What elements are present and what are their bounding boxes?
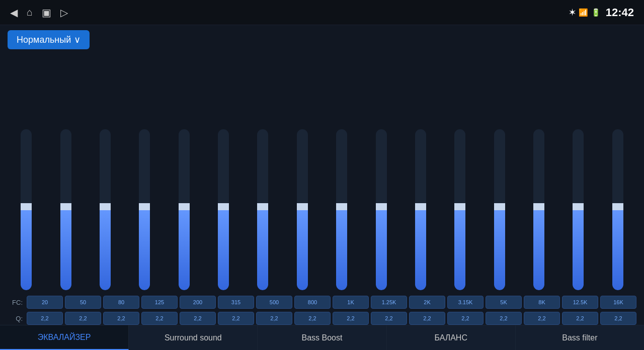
slider-track[interactable] [336,129,347,290]
fc-button[interactable]: 16K [600,296,636,309]
q-button[interactable]: 2,2 [333,312,369,325]
slider-handle[interactable] [573,203,584,210]
slider-track[interactable] [573,129,584,290]
slider-col [166,129,203,290]
slider-track[interactable] [179,129,190,290]
battery-icon: 🔋 [591,8,601,17]
slider-handle[interactable] [376,203,387,210]
slider-col [47,129,84,290]
fc-button[interactable]: 315 [218,296,254,309]
sliders-container [8,129,636,290]
window-icon[interactable]: ▣ [42,7,51,19]
slider-handle[interactable] [218,203,229,210]
slider-track[interactable] [257,129,268,290]
tab-bass[interactable]: Bass Boost [258,325,386,350]
fc-button[interactable]: 2K [409,296,445,309]
q-button[interactable]: 2,2 [486,312,522,325]
q-button[interactable]: 2,2 [600,312,636,325]
fc-button[interactable]: 50 [65,296,101,309]
slider-fill [297,207,308,290]
slider-handle[interactable] [100,203,111,210]
slider-handle[interactable] [612,203,623,210]
q-button[interactable]: 2,2 [103,312,139,325]
fc-button[interactable]: 125 [141,296,178,309]
q-buttons: 2,22,22,22,22,22,22,22,22,22,22,22,22,22… [27,312,636,325]
slider-fill [454,207,465,290]
slider-fill [21,207,32,290]
slider-track[interactable] [21,129,32,290]
q-button[interactable]: 2,2 [141,312,178,325]
slider-handle[interactable] [494,203,505,210]
slider-col [87,129,124,290]
slider-handle[interactable] [415,203,426,210]
slider-col [520,129,557,290]
q-button[interactable]: 2,2 [409,312,445,325]
slider-col [402,129,439,290]
slider-handle[interactable] [297,203,308,210]
slider-col [323,129,360,290]
tab-balance[interactable]: БАЛАНС [387,325,516,350]
fc-button[interactable]: 200 [180,296,216,309]
fc-button[interactable]: 80 [103,296,139,309]
slider-handle[interactable] [336,203,347,210]
q-button[interactable]: 2,2 [65,312,101,325]
fc-button[interactable]: 5K [486,296,522,309]
slider-fill [533,207,544,290]
slider-handle[interactable] [257,203,268,210]
slider-track[interactable] [454,129,465,290]
q-button[interactable]: 2,2 [524,312,560,325]
slider-handle[interactable] [60,203,71,210]
slider-track[interactable] [297,129,308,290]
q-button[interactable]: 2,2 [371,312,407,325]
slider-handle[interactable] [454,203,465,210]
preset-selector[interactable]: Нормальный ∨ [8,30,90,49]
q-button[interactable]: 2,2 [294,312,331,325]
slider-track[interactable] [139,129,150,290]
slider-track[interactable] [415,129,426,290]
slider-fill [60,207,71,290]
slider-track[interactable] [494,129,505,290]
fc-button[interactable]: 500 [256,296,292,309]
fc-label: FC: [8,299,23,306]
tab-eq[interactable]: ЭКВАЛАЙЗЕР [0,325,129,350]
tab-filter[interactable]: Bass filter [516,325,644,350]
q-button[interactable]: 2,2 [180,312,216,325]
fc-button[interactable]: 3.15K [447,296,484,309]
q-button[interactable]: 2,2 [562,312,598,325]
tab-surround[interactable]: Surround sound [129,325,258,350]
slider-col [244,129,281,290]
fc-button[interactable]: 20 [27,296,63,309]
fc-buttons: 2050801252003155008001K1.25K2K3.15K5K8K1… [27,296,636,309]
slider-handle[interactable] [139,203,150,210]
fc-button[interactable]: 12.5K [562,296,598,309]
slider-handle[interactable] [179,203,190,210]
slider-handle[interactable] [533,203,544,210]
slider-track[interactable] [612,129,623,290]
slider-track[interactable] [60,129,71,290]
play-icon[interactable]: ▷ [60,7,68,19]
slider-track[interactable] [218,129,229,290]
q-button[interactable]: 2,2 [256,312,292,325]
fc-button[interactable]: 800 [294,296,331,309]
slider-col [559,129,597,290]
wifi-icon: 📶 [579,8,588,17]
q-button[interactable]: 2,2 [27,312,63,325]
slider-track[interactable] [100,129,111,290]
q-label: Q: [8,315,23,322]
back-icon[interactable]: ◀ [10,7,18,19]
status-icons: ✶ 📶 🔋 [569,8,601,17]
slider-track[interactable] [533,129,544,290]
slider-track[interactable] [376,129,387,290]
q-button[interactable]: 2,2 [447,312,484,325]
fc-button[interactable]: 1.25K [371,296,407,309]
home-icon[interactable]: ⌂ [27,7,33,18]
nav-icons: ◀ ⌂ ▣ ▷ [10,7,68,19]
slider-col [284,129,321,290]
fc-button[interactable]: 1K [333,296,369,309]
preset-button[interactable]: Нормальный ∨ [8,30,636,54]
slider-fill [139,207,150,290]
q-button[interactable]: 2,2 [218,312,254,325]
slider-handle[interactable] [21,203,32,210]
fc-button[interactable]: 8K [524,296,560,309]
clock: 12:42 [606,6,634,19]
